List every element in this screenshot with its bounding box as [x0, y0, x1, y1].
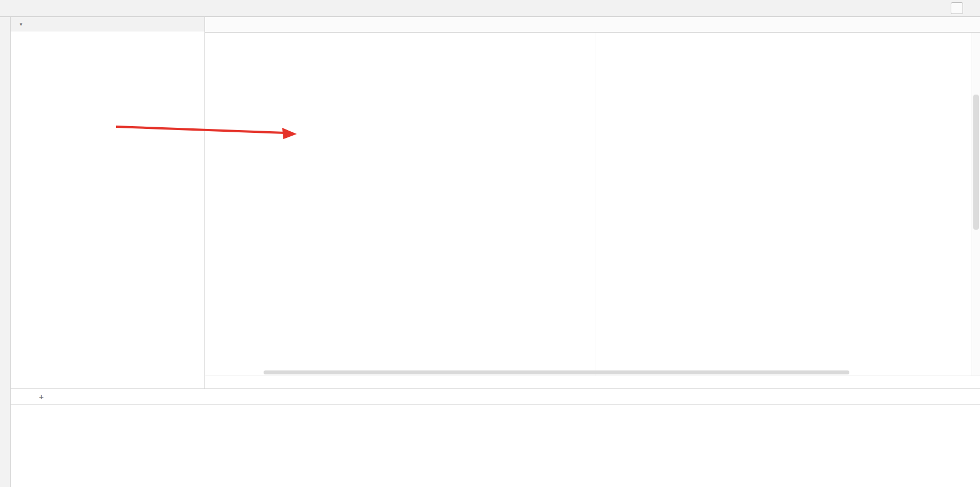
editor-vertical-scrollbar[interactable]: [972, 33, 980, 376]
terminal-panel: +: [11, 388, 980, 487]
scrollbar-thumb[interactable]: [973, 95, 979, 230]
code-editor[interactable]: [205, 33, 972, 376]
add-configuration-button[interactable]: [951, 2, 963, 14]
chevron-down-icon[interactable]: ▾: [20, 21, 23, 27]
terminal-header: +: [11, 389, 980, 405]
project-panel-header: ▾: [11, 17, 204, 32]
new-terminal-tab-button[interactable]: +: [39, 392, 44, 401]
project-panel: ▾: [11, 17, 205, 388]
project-tree: [11, 32, 204, 33]
project-tool-window-icon[interactable]: [1, 20, 10, 29]
tool-window-stripe: [0, 17, 11, 487]
titlebar: [0, 0, 980, 17]
titlebar-actions: [951, 2, 975, 14]
terminal-output[interactable]: [11, 405, 980, 414]
editor: [205, 17, 980, 388]
editor-tab-bar: [205, 17, 980, 33]
structure-tool-window-icon[interactable]: [1, 436, 10, 445]
editor-breadcrumb: [205, 376, 980, 388]
editor-horizontal-scrollbar[interactable]: [264, 370, 849, 374]
